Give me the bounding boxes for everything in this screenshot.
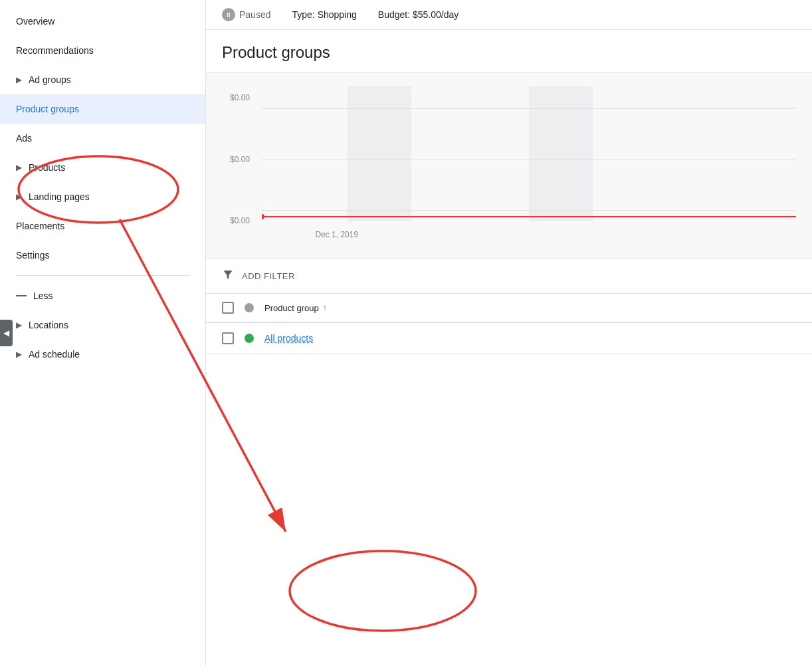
sidebar-item-placements[interactable]: Placements [0, 211, 205, 241]
sidebar-item-product-groups[interactable]: Product groups [0, 94, 205, 124]
chevron-right-icon: ▶ [16, 163, 22, 172]
sidebar-item-label: Recommendations [16, 45, 94, 56]
chevron-left-icon: ◀ [3, 328, 9, 338]
y-label-mid: $0.00 [230, 155, 250, 164]
sidebar-item-settings[interactable]: Settings [0, 241, 205, 270]
sidebar-less-button[interactable]: Less [0, 281, 205, 310]
sidebar-item-ad-schedule[interactable]: ▶ Ad schedule [0, 340, 205, 369]
filter-area[interactable]: ADD FILTER [206, 259, 812, 294]
budget-label: Budget: [378, 9, 410, 20]
y-label-bot: $0.00 [230, 216, 250, 225]
sidebar-item-label: Locations [29, 320, 68, 330]
sidebar: Overview Recommendations ▶ Ad groups Pro… [0, 0, 206, 666]
main-content: ⏸ Paused Type: Shopping Budget: $55.00/d… [206, 0, 812, 666]
svg-point-6 [262, 214, 264, 219]
sidebar-item-locations[interactable]: ▶ Locations [0, 310, 205, 340]
row-status-dot [245, 334, 254, 343]
sidebar-item-recommendations[interactable]: Recommendations [0, 36, 205, 65]
top-bar: ⏸ Paused Type: Shopping Budget: $55.00/d… [206, 0, 812, 30]
table-row: All products [206, 323, 812, 354]
sidebar-item-label: Overview [16, 16, 54, 27]
pause-icon: ⏸ [222, 8, 235, 21]
sidebar-divider [16, 275, 189, 276]
filter-funnel-icon [222, 269, 234, 284]
chart-y-axis: $0.00 $0.00 $0.00 [222, 93, 255, 225]
sort-ascending-icon[interactable]: ↑ [323, 303, 327, 312]
svg-rect-1 [529, 86, 593, 221]
header-status-dot [245, 303, 254, 312]
budget-info: Budget: $55.00/day [378, 9, 458, 20]
chevron-right-icon: ▶ [16, 350, 22, 359]
svg-rect-0 [348, 86, 411, 221]
less-label: Less [33, 290, 53, 301]
all-products-link[interactable]: All products [264, 333, 313, 344]
type-label: Type: [292, 9, 314, 20]
chevron-right-icon: ▶ [16, 192, 22, 201]
collapse-sidebar-button[interactable]: ◀ [0, 320, 13, 346]
page-title: Product groups [222, 43, 796, 62]
sidebar-item-ad-groups[interactable]: ▶ Ad groups [0, 65, 205, 94]
status-badge: ⏸ Paused [222, 8, 270, 21]
sidebar-item-overview[interactable]: Overview [0, 7, 205, 36]
header-checkbox[interactable] [222, 302, 234, 314]
chevron-right-icon: ▶ [16, 320, 22, 330]
sidebar-item-label: Settings [16, 250, 50, 261]
sidebar-item-label: Ad groups [29, 74, 71, 85]
sidebar-item-label: Ad schedule [29, 349, 80, 360]
row-checkbox[interactable] [222, 332, 234, 344]
page-title-area: Product groups [206, 30, 812, 73]
chart-svg: Dec 1, 2019 [262, 86, 796, 245]
sidebar-item-label: Product groups [16, 104, 79, 114]
svg-text:Dec 1, 2019: Dec 1, 2019 [315, 230, 358, 239]
column-header-product-group[interactable]: Product group ↑ [264, 303, 327, 313]
sidebar-item-label: Landing pages [29, 191, 90, 202]
chevron-right-icon: ▶ [16, 75, 22, 84]
column-header-label: Product group [264, 303, 319, 313]
type-info: Type: Shopping [292, 9, 356, 20]
chart-area: $0.00 $0.00 $0.00 Dec 1, 2019 [206, 73, 812, 259]
dash-icon [16, 295, 27, 296]
sidebar-item-label: Products [29, 162, 65, 173]
y-label-top: $0.00 [230, 93, 250, 102]
sidebar-item-label: Placements [16, 221, 64, 231]
sidebar-item-landing-pages[interactable]: ▶ Landing pages [0, 182, 205, 211]
sidebar-item-label: Ads [16, 133, 32, 144]
type-value: Shopping [318, 9, 357, 20]
budget-value: $55.00/day [413, 9, 458, 20]
chart-container: $0.00 $0.00 $0.00 Dec 1, 2019 [222, 86, 796, 245]
pause-symbol: ⏸ [225, 11, 232, 19]
sidebar-item-ads[interactable]: Ads [0, 124, 205, 153]
status-label: Paused [239, 9, 270, 20]
add-filter-label: ADD FILTER [242, 271, 295, 281]
sidebar-item-products[interactable]: ▶ Products [0, 153, 205, 182]
table-header: Product group ↑ [206, 294, 812, 323]
